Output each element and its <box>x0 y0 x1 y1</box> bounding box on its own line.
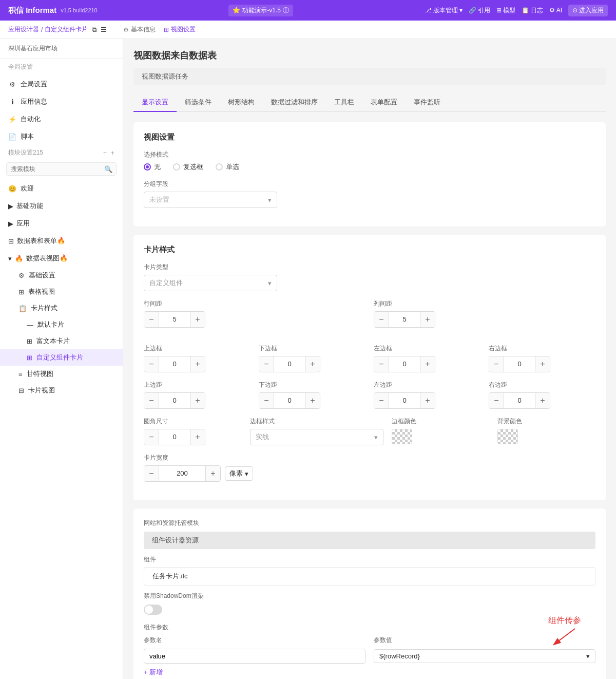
sidebar-item-default-card[interactable]: — 默认卡片 <box>0 316 123 333</box>
sidebar-item-table-view[interactable]: ⊞ 表格视图 <box>0 284 123 300</box>
version-mgmt-btn[interactable]: ⎇ 版本管理 ▾ <box>425 6 463 15</box>
param-name-input[interactable] <box>144 649 365 664</box>
group-field-row: 分组字段 未设置 ▾ <box>144 180 595 208</box>
right-padding-stepper: − 0 + <box>489 392 550 409</box>
tab-view-settings[interactable]: ⊞ 视图设置 <box>164 25 196 34</box>
bg-color-picker[interactable] <box>497 429 518 444</box>
add-new-link[interactable]: + 新增 <box>144 668 163 677</box>
bottom-border-minus[interactable]: − <box>259 356 274 372</box>
sidebar-market[interactable]: 深圳基石应用市场 <box>0 39 123 59</box>
cite-btn[interactable]: 🔗 引用 <box>469 6 490 15</box>
sidebar-item-custom-component-card[interactable]: ⊞ 自定义组件卡片 <box>0 349 123 366</box>
edit-icon[interactable]: ✎ <box>109 202 114 210</box>
top-padding-minus[interactable]: − <box>144 393 159 408</box>
sidebar-item-automation[interactable]: ⚡ 自动化 <box>0 110 123 128</box>
model-btn[interactable]: ⊞ 模型 <box>496 6 515 15</box>
sub-nav-icons: ⧉ ☰ <box>92 26 107 34</box>
border-color-picker[interactable] <box>392 429 412 444</box>
sidebar-item-basic-settings[interactable]: ⚙ 基础设置 <box>0 267 123 284</box>
feature-demo-badge[interactable]: ⭐ 功能演示-v1.5 ⓘ <box>228 5 293 16</box>
tab-filter-conditions[interactable]: 筛选条件 <box>177 93 220 112</box>
tab-basic-info[interactable]: ⚙ 基本信息 <box>123 25 156 34</box>
add-icon[interactable]: + <box>103 149 107 157</box>
tab-display-settings[interactable]: 显示设置 <box>133 93 177 112</box>
automation-icon: ⚡ <box>8 116 16 123</box>
radio-single[interactable]: 单选 <box>216 162 239 172</box>
copy-icon[interactable]: ⧉ <box>92 26 97 34</box>
radio-checkbox[interactable]: 复选框 <box>173 162 203 172</box>
bottom-padding-minus[interactable]: − <box>259 393 274 408</box>
col-gap-minus[interactable]: − <box>374 312 389 327</box>
select-mode-row: 选择模式 无 复选框 单选 <box>144 150 595 172</box>
bottom-border-plus[interactable]: + <box>305 356 320 372</box>
left-border-plus[interactable]: + <box>420 356 435 372</box>
sidebar-item-card-view[interactable]: ⊟ 卡片视图 <box>0 382 123 399</box>
row-gap-minus[interactable]: − <box>144 312 159 327</box>
sidebar-item-gantt-view[interactable]: ≡ 甘特视图 <box>0 366 123 382</box>
list-icon[interactable]: ☰ <box>101 26 107 34</box>
border-radius-plus[interactable]: + <box>190 429 205 445</box>
col-gap-plus[interactable]: + <box>420 312 435 327</box>
border-color-col: 边框颜色 <box>392 417 490 445</box>
border-radius-minus[interactable]: − <box>144 429 159 445</box>
right-border-minus[interactable]: − <box>489 356 504 372</box>
sidebar-group-basic-features[interactable]: ▶ 基础功能 ✎ <box>0 197 123 215</box>
sidebar-group-app[interactable]: ▶ 应用 <box>0 215 123 232</box>
sidebar-item-script[interactable]: 📄 脚本 <box>0 128 123 145</box>
annotation-text: 组件传参 <box>548 615 581 626</box>
left-padding-minus[interactable]: − <box>374 393 389 408</box>
card-type-select[interactable]: 自定义组件 ▾ <box>144 275 277 291</box>
breadcrumb-app-designer[interactable]: 应用设计器 <box>8 25 39 34</box>
sidebar-group-data-table[interactable]: ⊞ 数据表和表单🔥 <box>0 232 123 250</box>
card-width-plus[interactable]: + <box>206 466 220 481</box>
tab-toolbar[interactable]: 工具栏 <box>326 93 362 112</box>
right-border-plus[interactable]: + <box>535 356 550 372</box>
row-gap-plus[interactable]: + <box>190 312 205 327</box>
tab-tree-structure[interactable]: 树形结构 <box>220 93 263 112</box>
top-border-minus[interactable]: − <box>144 356 159 372</box>
breadcrumb-separator: / <box>41 26 43 33</box>
right-padding-plus[interactable]: + <box>535 393 550 408</box>
module-settings-header: 模块设置215 + + <box>0 145 123 160</box>
top-border-plus[interactable]: + <box>190 356 205 372</box>
bottom-padding-value: 0 <box>274 393 305 408</box>
annotation-wrapper: 组件传参 参数名 参数值 <box>144 636 595 645</box>
ai-btn[interactable]: ⚙ AI <box>549 7 562 14</box>
left-border-stepper: − 0 + <box>374 356 435 372</box>
sidebar-item-card-style[interactable]: 📋 卡片样式 ✎ <box>0 300 123 316</box>
group-field-select[interactable]: 未设置 ▾ <box>144 192 277 208</box>
breadcrumb-current: 自定义组件卡片 <box>45 25 88 34</box>
left-border-minus[interactable]: − <box>374 356 389 372</box>
card-width-unit-select[interactable]: 像素 ▾ <box>225 466 253 481</box>
shadow-dom-toggle[interactable] <box>144 605 162 615</box>
sidebar-item-rich-text-card[interactable]: ⊞ 富文本卡片 <box>0 333 123 349</box>
tab-form-config[interactable]: 表单配置 <box>362 93 406 112</box>
card-width-minus[interactable]: − <box>144 466 159 481</box>
param-value-select[interactable]: ${rowRecord} ▾ <box>374 649 595 663</box>
enter-app-btn[interactable]: ⊙ 进入应用 <box>568 5 608 16</box>
sidebar-item-welcome[interactable]: 😊 欢迎 <box>0 180 123 197</box>
module-search-box: 🔍 <box>6 162 117 176</box>
radio-none[interactable]: 无 <box>144 162 161 172</box>
log-btn[interactable]: 📋 日志 <box>522 6 543 15</box>
border-style-select[interactable]: 实线 ▾ <box>250 429 383 445</box>
svg-line-1 <box>554 629 575 644</box>
sidebar-item-app-info[interactable]: ℹ 应用信息 <box>0 93 123 110</box>
page-title: 视图数据来自数据表 <box>133 49 606 62</box>
tab-event-listener[interactable]: 事件监听 <box>406 93 449 112</box>
component-section: 网站和资源托管模块 组件设计器资源 组件 任务卡片.ifc 禁用ShadowDo… <box>133 508 606 679</box>
sidebar-item-global-settings[interactable]: ⚙ 全局设置 <box>0 76 123 93</box>
top-padding-plus[interactable]: + <box>190 393 205 408</box>
search-input[interactable] <box>6 162 117 176</box>
plus-icon[interactable]: + <box>111 149 114 157</box>
sidebar-group-data-view[interactable]: ▾ 🔥 数据表视图🔥 <box>0 250 123 267</box>
right-padding-minus[interactable]: − <box>489 393 504 408</box>
bottom-padding-plus[interactable]: + <box>305 393 320 408</box>
enter-icon: ⊙ <box>572 7 578 14</box>
left-border-value: 0 <box>389 356 420 372</box>
annotation-container: 组件传参 <box>544 615 585 647</box>
top-padding-value: 0 <box>159 393 190 408</box>
col-gap-value: 5 <box>389 312 420 327</box>
tab-data-filter-sort[interactable]: 数据过滤和排序 <box>263 93 326 112</box>
left-padding-plus[interactable]: + <box>420 393 435 408</box>
